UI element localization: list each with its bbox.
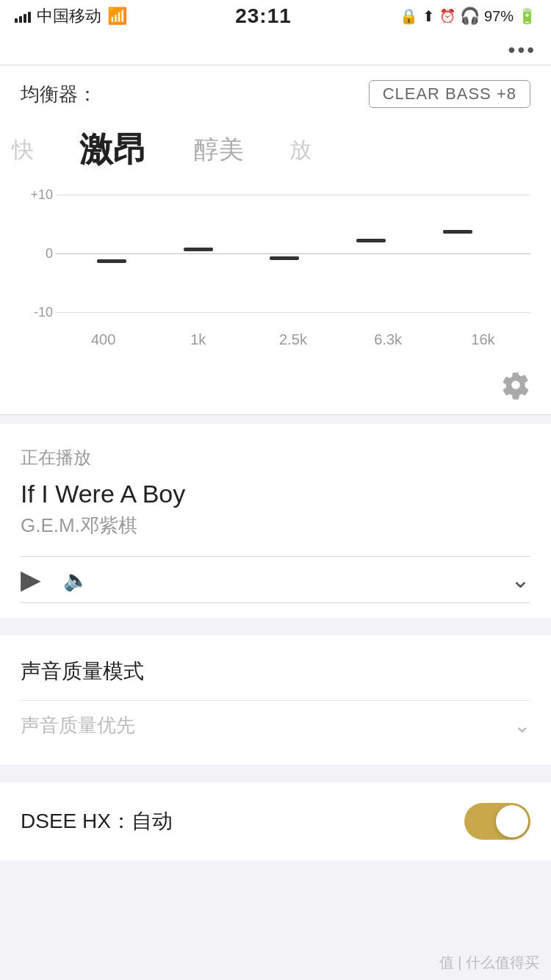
sound-quality-title: 声音质量模式	[21, 657, 530, 685]
eq-bar-16k	[443, 230, 472, 234]
eq-label-plus10: +10	[21, 187, 53, 203]
eq-bar-400	[97, 259, 126, 263]
alarm-icon: ⏰	[439, 8, 455, 24]
gear-icon[interactable]	[501, 370, 530, 400]
lock-icon: 🔒	[400, 7, 418, 25]
freq-label-6-3k: 6.3k	[341, 331, 436, 348]
track-name: If I Were A Boy	[21, 480, 530, 508]
volume-button[interactable]: 🔈	[63, 568, 89, 592]
signal-icon	[15, 10, 31, 23]
headphone-icon: 🎧	[460, 7, 480, 26]
dsee-section: DSEE HX：自动	[0, 782, 551, 860]
sound-quality-chevron-icon[interactable]: ⌄	[514, 713, 530, 738]
artist-name: G.E.M.邓紫棋	[21, 513, 530, 538]
location-icon: ⬆	[422, 7, 435, 25]
eq-badge[interactable]: CLEAR BASS +8	[369, 80, 530, 108]
controls-left: ▶ 🔈	[21, 564, 89, 595]
status-left: 中国移动 📶	[15, 5, 127, 27]
eq-bar-1k	[184, 248, 213, 251]
presets-row: 快 激昂 醇美 放	[0, 127, 551, 180]
eq-chart-container: +10 0 -10 400 1k 2.5k 6.3k 16k	[0, 180, 551, 363]
eq-freq-labels: 400 1k 2.5k 6.3k 16k	[21, 327, 530, 348]
section-gap-1	[0, 415, 551, 424]
status-right: 🔒 ⬆ ⏰ 🎧 97% 🔋	[400, 7, 536, 26]
sound-quality-option[interactable]: 声音质量优先 ⌄	[21, 700, 530, 750]
eq-gridline-plus10	[56, 195, 530, 195]
battery-label: 97%	[484, 8, 514, 25]
eq-gridline-minus10	[56, 312, 530, 313]
now-playing-title: 正在播放	[21, 446, 530, 469]
dsee-toggle[interactable]	[464, 803, 530, 840]
time-display: 23:11	[235, 4, 292, 28]
eq-label: 均衡器：	[21, 82, 97, 107]
toggle-knob	[496, 805, 528, 837]
eq-chart: +10 0 -10	[21, 180, 530, 327]
eq-bar-6-3k	[356, 239, 386, 242]
sound-quality-section: 声音质量模式 声音质量优先 ⌄	[0, 635, 551, 765]
watermark: 值 | 什么值得买	[439, 953, 539, 973]
playback-bottom-divider	[21, 602, 530, 603]
chevron-down-icon[interactable]: ⌄	[511, 566, 530, 594]
sound-quality-option-label: 声音质量优先	[21, 713, 135, 738]
section-gap-3	[0, 765, 551, 774]
dsee-label: DSEE HX：自动	[21, 807, 173, 835]
eq-header: 均衡器： CLEAR BASS +8	[21, 80, 530, 108]
eq-label-zero: 0	[21, 246, 53, 262]
preset-item-激昂[interactable]: 激昂	[56, 127, 170, 173]
battery-icon: 🔋	[518, 7, 536, 25]
eq-gridline-zero	[56, 253, 530, 254]
play-button[interactable]: ▶	[21, 564, 41, 595]
eq-bar-2-5k	[270, 256, 299, 260]
preset-item-放[interactable]: 放	[267, 135, 334, 165]
freq-label-1k: 1k	[151, 331, 245, 348]
more-dots-icon[interactable]: •••	[508, 38, 536, 61]
freq-label-2-5k: 2.5k	[245, 331, 340, 348]
wifi-icon: 📶	[107, 7, 127, 26]
eq-label-minus10: -10	[21, 305, 53, 320]
preset-item-醇美[interactable]: 醇美	[170, 133, 267, 167]
freq-label-16k: 16k	[436, 331, 530, 348]
preset-item-快[interactable]: 快	[0, 135, 56, 165]
section-gap-2	[0, 618, 551, 627]
status-bar: 中国移动 📶 23:11 🔒 ⬆ ⏰ 🎧 97% 🔋	[0, 0, 551, 32]
freq-label-400: 400	[56, 331, 151, 348]
playback-controls: ▶ 🔈 ⌄	[21, 557, 530, 602]
more-menu-row: •••	[0, 32, 551, 65]
now-playing-section: 正在播放 If I Were A Boy G.E.M.邓紫棋 ▶ 🔈 ⌄	[0, 424, 551, 618]
equalizer-header-section: 均衡器： CLEAR BASS +8	[0, 65, 551, 127]
settings-row	[0, 363, 551, 414]
carrier-label: 中国移动	[37, 5, 101, 27]
